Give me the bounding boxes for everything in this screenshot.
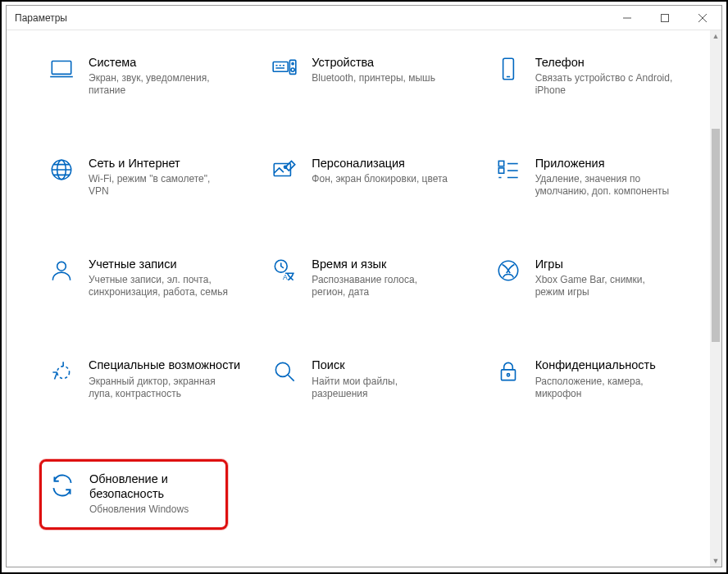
apps-list-icon: [494, 156, 522, 184]
svg-point-5: [292, 63, 293, 65]
time-language-icon: A: [271, 257, 298, 285]
svg-point-17: [57, 367, 70, 379]
globe-icon: [48, 156, 75, 184]
tile-devices[interactable]: Устройства Bluetooth, принтеры, мышь: [271, 55, 477, 97]
tile-desc: Связать устройство с Android, iPhone: [535, 72, 675, 97]
tile-desc: Экран, звук, уведомления, питание: [89, 72, 228, 97]
tile-title: Персонализация: [312, 156, 448, 171]
tile-privacy[interactable]: Конфиденциальность Расположение, камера,…: [494, 358, 701, 399]
tile-title: Приложения: [535, 156, 675, 171]
svg-rect-1: [52, 61, 71, 74]
tile-title: Устройства: [312, 55, 435, 70]
tile-desc: Расположение, камера, микрофон: [535, 376, 675, 400]
tile-title: Обновление и безопасность: [89, 472, 211, 501]
tile-accounts[interactable]: Учетные записи Учетные записи, эл. почта…: [48, 257, 254, 298]
tile-desc: Найти мои файлы, разрешения: [312, 376, 451, 400]
tile-network[interactable]: Сеть и Интернет Wi-Fi, режим "в самолете…: [48, 156, 254, 198]
tile-personalization[interactable]: Персонализация Фон, экран блокировки, цв…: [271, 156, 477, 198]
tile-search[interactable]: Поиск Найти мои файлы, разрешения: [271, 358, 477, 399]
tile-desc: Фон, экран блокировки, цвета: [312, 173, 448, 185]
xbox-icon: [494, 257, 522, 285]
settings-window: Параметры ▲ ▼: [6, 5, 722, 567]
tile-desc: Распознавание голоса, регион, дата: [312, 274, 451, 298]
svg-point-20: [507, 374, 509, 376]
tile-desc: Экранный диктор, экранная лупа, контраст…: [89, 376, 228, 400]
tile-title: Специальные возможности: [89, 358, 240, 372]
lock-icon: [494, 358, 522, 385]
tile-desc: Bluetooth, принтеры, мышь: [312, 72, 435, 84]
tile-accessibility[interactable]: Специальные возможности Экранный диктор,…: [48, 358, 254, 399]
close-button[interactable]: [684, 6, 721, 30]
svg-point-13: [57, 262, 66, 271]
tile-desc: Учетные записи, эл. почта, синхронизация…: [89, 274, 228, 298]
tile-title: Поиск: [312, 358, 451, 372]
tile-title: Телефон: [535, 55, 675, 70]
search-icon: [271, 358, 298, 385]
titlebar[interactable]: Параметры: [7, 6, 721, 30]
accessibility-icon: [48, 358, 75, 385]
tile-system[interactable]: Система Экран, звук, уведомления, питани…: [48, 55, 254, 97]
tile-title: Система: [89, 55, 228, 70]
vertical-scrollbar[interactable]: ▲ ▼: [710, 30, 721, 567]
tile-update-security[interactable]: Обновление и безопасность Обновления Win…: [39, 459, 228, 530]
scroll-up-icon[interactable]: ▲: [710, 30, 721, 42]
tile-desc: Wi-Fi, режим "в самолете", VPN: [89, 173, 228, 198]
tile-title: Сеть и Интернет: [89, 156, 228, 171]
tile-title: Время и язык: [312, 257, 451, 271]
maximize-button[interactable]: [646, 6, 684, 30]
tile-title: Конфиденциальность: [535, 358, 675, 372]
minimize-button[interactable]: [608, 6, 646, 30]
tile-title: Игры: [535, 257, 675, 271]
svg-rect-12: [498, 168, 503, 173]
tile-phone[interactable]: Телефон Связать устройство с Android, iP…: [494, 55, 701, 97]
svg-rect-2: [274, 62, 289, 72]
laptop-icon: [48, 55, 75, 83]
sync-icon: [48, 472, 76, 499]
person-icon: [48, 257, 75, 285]
tile-apps[interactable]: Приложения Удаление, значения по умолчан…: [494, 156, 701, 198]
tile-desc: Обновления Windows: [89, 503, 211, 516]
keyboard-speaker-icon: [271, 55, 298, 83]
svg-point-18: [276, 363, 290, 377]
svg-rect-19: [501, 370, 515, 380]
tile-time-language[interactable]: A Время и язык Распознавание голоса, рег…: [271, 257, 477, 298]
svg-rect-0: [662, 14, 669, 21]
tile-gaming[interactable]: Игры Xbox Game Bar, снимки, режим игры: [494, 257, 701, 298]
svg-text:A: A: [283, 273, 288, 281]
svg-rect-11: [498, 162, 503, 166]
tile-desc: Xbox Game Bar, снимки, режим игры: [535, 274, 675, 298]
window-title: Параметры: [7, 12, 67, 24]
tile-desc: Удаление, значения по умолчанию, доп. ко…: [535, 173, 675, 198]
tile-title: Учетные записи: [89, 257, 228, 271]
scroll-down-icon[interactable]: ▼: [710, 555, 721, 567]
paint-icon: [271, 156, 298, 184]
scrollbar-thumb[interactable]: [712, 129, 720, 342]
svg-point-4: [291, 68, 294, 71]
phone-icon: [494, 55, 522, 83]
